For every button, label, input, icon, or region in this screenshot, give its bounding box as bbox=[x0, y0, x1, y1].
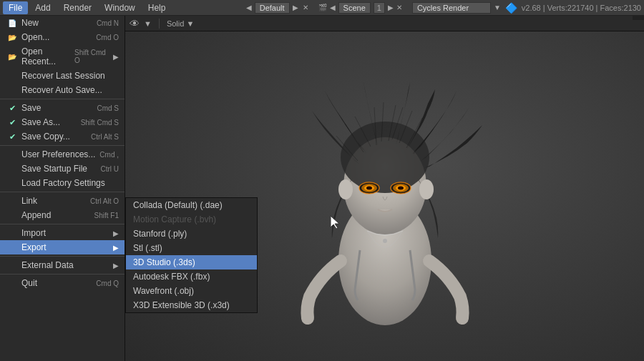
motion-capture-label: Motion Capture (.bvh) bbox=[133, 214, 216, 224]
close-scene-icon[interactable]: ✕ bbox=[396, 4, 402, 11]
append-shortcut: Shift F1 bbox=[94, 212, 119, 219]
save-startup-icon bbox=[7, 164, 17, 174]
submenu-x3d[interactable]: X3D Extensible 3D (.x3d) bbox=[126, 298, 257, 312]
menu-item-export[interactable]: Export ▶ bbox=[0, 240, 125, 254]
menu-help[interactable]: Help bbox=[142, 1, 172, 14]
menu-item-save[interactable]: ✔ Save Cmd S bbox=[0, 101, 125, 115]
open-recent-arrow: ▶ bbox=[113, 53, 119, 61]
menu-add[interactable]: Add bbox=[29, 1, 56, 14]
link-label: Link bbox=[21, 196, 37, 206]
obj-label: Wavefront (.obj) bbox=[133, 286, 194, 296]
recover-auto-label: Recover Auto Save... bbox=[21, 85, 102, 95]
menu-window[interactable]: Window bbox=[99, 1, 141, 14]
open-recent-icon: 📂 bbox=[7, 51, 17, 61]
import-icon bbox=[7, 228, 17, 238]
menu-item-quit[interactable]: Quit Cmd Q bbox=[0, 276, 125, 290]
x3d-label: X3D Extensible 3D (.x3d) bbox=[133, 300, 230, 310]
svg-point-15 bbox=[419, 179, 434, 199]
scene-number: 1 bbox=[374, 2, 385, 14]
blender-logo: 🔷 bbox=[505, 2, 517, 14]
stl-label: Stl (.stl) bbox=[133, 243, 162, 253]
viewport-render-mode[interactable]: Solid ▼ bbox=[167, 19, 194, 28]
save-as-label: Save As... bbox=[21, 117, 60, 127]
separator-4 bbox=[0, 224, 125, 224]
save-check-icon: ✔ bbox=[7, 103, 17, 113]
save-copy-label: Save Copy... bbox=[21, 132, 70, 142]
export-label: Export bbox=[21, 242, 47, 252]
link-icon bbox=[7, 196, 17, 206]
save-label: Save bbox=[21, 103, 41, 113]
menu-item-import[interactable]: Import ▶ bbox=[0, 226, 125, 240]
import-arrow: ▶ bbox=[113, 229, 119, 237]
workspace-selector[interactable]: ◀ Default ▶ ✕ bbox=[246, 2, 308, 14]
menu-item-recover-auto[interactable]: Recover Auto Save... bbox=[0, 83, 125, 97]
viewport-header: 👁 ▼ Solid ▼ bbox=[125, 16, 644, 31]
open-icon: 📂 bbox=[7, 32, 17, 42]
scene-name[interactable]: Scene bbox=[338, 2, 371, 14]
menu-item-recover-last[interactable]: Recover Last Session bbox=[0, 69, 125, 83]
new-shortcut: Cmd N bbox=[97, 19, 119, 27]
menu-item-save-as[interactable]: ✔ Save As... Shift Cmd S bbox=[0, 115, 125, 129]
separator-6 bbox=[0, 274, 125, 275]
submenu-stl[interactable]: Stl (.stl) bbox=[126, 241, 257, 255]
recover-last-icon bbox=[7, 71, 17, 81]
load-factory-icon bbox=[7, 178, 17, 188]
close-workspace-icon[interactable]: ✕ bbox=[303, 4, 308, 11]
save-startup-label: Save Startup File bbox=[21, 164, 87, 174]
new-label: New bbox=[21, 18, 39, 28]
menu-item-link[interactable]: Link Ctrl Alt O bbox=[0, 194, 125, 208]
menu-item-save-startup[interactable]: Save Startup File Ctrl U bbox=[0, 162, 125, 176]
append-icon bbox=[7, 210, 17, 220]
submenu-fbx[interactable]: Autodesk FBX (.fbx) bbox=[126, 269, 257, 284]
scene-label-icon: 🎬 bbox=[318, 4, 327, 11]
external-data-arrow: ▶ bbox=[113, 262, 119, 269]
render-engine-dropdown-icon[interactable]: ▼ bbox=[494, 4, 501, 11]
save-as-check-icon: ✔ bbox=[7, 117, 17, 127]
link-shortcut: Ctrl Alt O bbox=[90, 197, 119, 205]
save-copy-shortcut: Ctrl Alt S bbox=[91, 133, 119, 141]
submenu-obj[interactable]: Wavefront (.obj) bbox=[126, 284, 257, 298]
prev-scene-icon[interactable]: ◀ bbox=[330, 4, 336, 11]
prev-workspace-icon[interactable]: ◀ bbox=[246, 4, 252, 11]
save-as-shortcut: Shift Cmd S bbox=[81, 119, 119, 127]
svg-point-14 bbox=[338, 179, 353, 199]
menu-item-user-prefs[interactable]: User Preferences... Cmd , bbox=[0, 147, 125, 162]
viewport-mode[interactable]: ▼ bbox=[144, 19, 152, 28]
open-recent-shortcut: Shift Cmd O bbox=[74, 49, 110, 64]
menu-item-open-recent[interactable]: 📂 Open Recent... Shift Cmd O ▶ bbox=[0, 44, 125, 69]
next-workspace-icon[interactable]: ▶ bbox=[293, 4, 298, 11]
render-engine-name[interactable]: Cycles Render bbox=[412, 2, 491, 14]
next-scene-icon[interactable]: ▶ bbox=[388, 4, 394, 11]
submenu-3ds[interactable]: 3D Studio (.3ds) bbox=[126, 255, 257, 269]
menu-item-new[interactable]: 📄 New Cmd N bbox=[0, 16, 125, 30]
menu-item-external-data[interactable]: External Data ▶ bbox=[0, 258, 125, 272]
menu-item-append[interactable]: Append Shift F1 bbox=[0, 208, 125, 222]
user-prefs-label: User Preferences... bbox=[21, 149, 95, 159]
3d-figure-svg bbox=[249, 39, 521, 354]
menu-item-open[interactable]: 📂 Open... Cmd O bbox=[0, 30, 125, 44]
save-startup-shortcut: Ctrl U bbox=[100, 165, 119, 173]
open-shortcut: Cmd O bbox=[96, 34, 119, 41]
menu-render[interactable]: Render bbox=[58, 1, 97, 14]
submenu-motion-capture: Motion Capture (.bvh) bbox=[126, 212, 257, 227]
menu-file[interactable]: File bbox=[3, 1, 28, 14]
menu-item-load-factory[interactable]: Load Factory Settings bbox=[0, 176, 125, 190]
view-icon: 👁 bbox=[130, 18, 140, 29]
save-copy-check-icon: ✔ bbox=[7, 132, 17, 142]
workspace-name[interactable]: Default bbox=[255, 2, 290, 14]
submenu-stanford[interactable]: Stanford (.ply) bbox=[126, 227, 257, 241]
version-info: v2.68 | Verts:221740 | Faces:2130 bbox=[522, 4, 641, 12]
external-data-label: External Data bbox=[21, 260, 74, 270]
quit-label: Quit bbox=[21, 278, 37, 288]
viewport-separator bbox=[159, 19, 160, 29]
quit-icon bbox=[7, 278, 17, 288]
scene-selector[interactable]: 🎬 ◀ Scene 1 ▶ ✕ bbox=[318, 2, 402, 14]
render-engine-selector[interactable]: Cycles Render ▼ bbox=[412, 2, 501, 14]
external-data-icon bbox=[7, 260, 17, 270]
3ds-label: 3D Studio (.3ds) bbox=[133, 257, 195, 267]
save-shortcut: Cmd S bbox=[97, 104, 119, 112]
submenu-collada[interactable]: Collada (Default) (.dae) bbox=[126, 198, 257, 212]
separator-2 bbox=[0, 145, 125, 146]
recover-auto-icon bbox=[7, 85, 17, 95]
menu-item-save-copy[interactable]: ✔ Save Copy... Ctrl Alt S bbox=[0, 129, 125, 144]
